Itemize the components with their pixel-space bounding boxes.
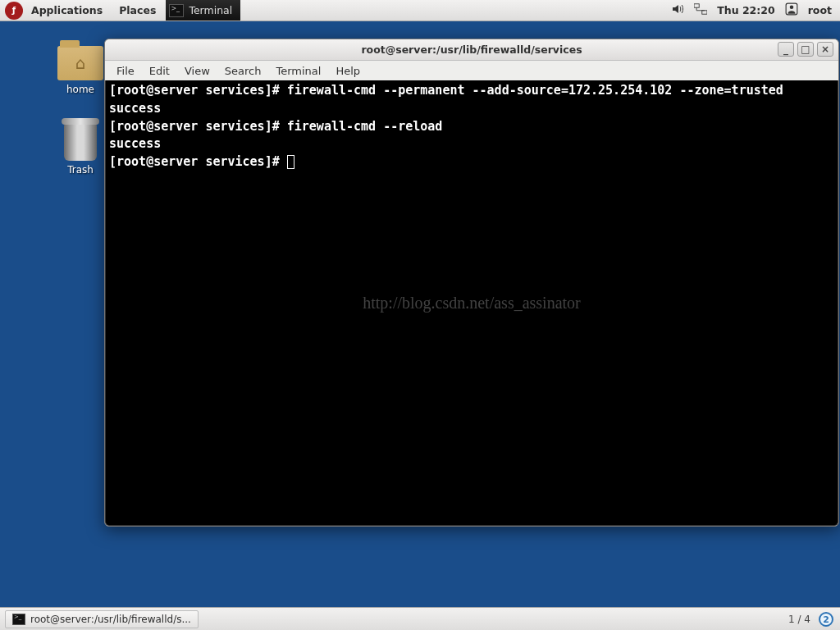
taskbar-label: root@server:/usr/lib/firewalld/s... [30,614,191,625]
svg-point-3 [789,5,793,9]
watermark: http://blog.csdn.net/ass_assinator [106,291,838,315]
window-title: root@server:/usr/lib/firewalld/services [361,43,582,56]
top-panel: ƒ Applications Places Terminal Thu 22:20… [0,0,840,21]
desktop-icon-trash[interactable]: Trash [48,123,113,176]
titlebar[interactable]: root@server:/usr/lib/firewalld/services … [105,39,838,61]
distro-icon: ƒ [5,2,23,20]
active-app-label: Terminal [189,4,232,16]
clock[interactable]: Thu 22:20 [717,4,774,16]
menu-terminal[interactable]: Terminal [269,63,327,79]
menu-file[interactable]: File [110,63,141,79]
minimize-button[interactable]: _ [778,42,794,57]
desktop-icon-label: Trash [48,164,113,176]
maximize-button[interactable]: □ [797,42,814,57]
terminal-icon [12,614,25,625]
desktop-icon-home[interactable]: ⌂ home [48,46,113,95]
menu-edit[interactable]: Edit [143,63,176,79]
bottom-panel: root@server:/usr/lib/firewalld/s... 1 / … [0,607,840,630]
terminal-window: root@server:/usr/lib/firewalld/services … [104,39,839,527]
folder-icon: ⌂ [57,46,103,80]
trash-icon [64,123,97,161]
terminal-icon [169,4,184,17]
system-tray: Thu 22:20 root [671,2,840,18]
places-menu[interactable]: Places [111,0,164,21]
user-icon[interactable] [785,2,798,18]
active-app-indicator[interactable]: Terminal [166,0,240,21]
taskbar-item-terminal[interactable]: root@server:/usr/lib/firewalld/s... [5,610,199,628]
volume-icon[interactable] [671,2,684,18]
desktop-icon-label: home [48,84,113,95]
svg-rect-0 [694,4,699,7]
menu-search[interactable]: Search [218,63,268,79]
menu-help[interactable]: Help [329,63,367,79]
terminal-output[interactable]: [root@server services]# firewall-cmd --p… [105,80,838,526]
menubar: File Edit View Search Terminal Help [105,61,838,80]
network-icon[interactable] [694,2,707,18]
menu-view[interactable]: View [178,63,217,79]
notification-badge[interactable]: 2 [819,612,833,627]
workspace-indicator[interactable]: 1 / 4 [788,614,810,625]
username[interactable]: root [808,4,832,16]
applications-menu[interactable]: Applications [23,0,111,21]
svg-rect-1 [702,11,707,14]
text-cursor [287,155,294,169]
close-button[interactable]: × [817,42,833,57]
